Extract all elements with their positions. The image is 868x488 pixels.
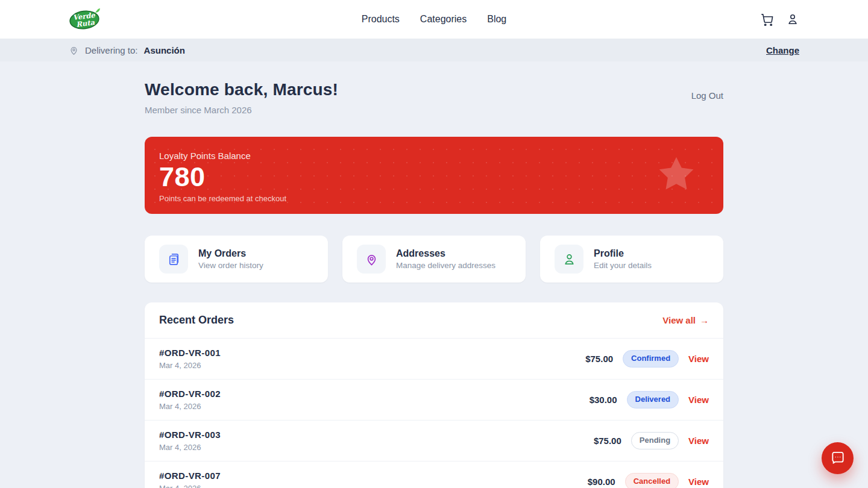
order-id: #ORD-VR-001	[159, 348, 221, 358]
delivery-city: Asunción	[144, 45, 185, 55]
order-date: Mar 4, 2026	[159, 402, 221, 411]
nav-link-categories[interactable]: Categories	[420, 14, 467, 25]
loyalty-points-value: 780	[159, 161, 709, 193]
quick-card-title: Addresses	[396, 248, 495, 259]
nav-link-blog[interactable]: Blog	[487, 14, 506, 25]
arrow-right-icon: →	[700, 315, 709, 325]
map-pin-icon	[357, 245, 386, 274]
order-date: Mar 4, 2026	[159, 484, 221, 488]
order-total: $30.00	[574, 395, 617, 405]
quick-card-title: Profile	[594, 248, 652, 259]
view-all-link[interactable]: View all →	[662, 315, 709, 325]
order-row: #ORD-VR-002 Mar 4, 2026 $30.00 Delivered…	[145, 379, 723, 420]
logout-link[interactable]: Log Out	[691, 90, 723, 101]
order-id: #ORD-VR-007	[159, 471, 221, 481]
view-order-link[interactable]: View	[688, 395, 709, 405]
top-navbar: Verde Ruta Products Categories Blog	[0, 0, 868, 39]
loyalty-points-card: Loyalty Points Balance 780 Points can be…	[145, 137, 723, 214]
account-dashboard: Welcome back, Marcus! Member since March…	[145, 80, 723, 488]
order-date: Mar 4, 2026	[159, 443, 221, 452]
top-actions	[760, 13, 799, 27]
view-order-link[interactable]: View	[688, 354, 709, 364]
logo[interactable]: Verde Ruta	[69, 7, 100, 31]
change-address-link[interactable]: Change	[766, 45, 799, 55]
order-total: $75.00	[578, 436, 621, 446]
member-since-text: Member since March 2026	[145, 105, 338, 115]
orders-icon	[159, 245, 188, 274]
delivery-bar: Delivering to: Asunción Change	[0, 39, 868, 61]
cart-icon	[760, 13, 774, 27]
chat-bubble-icon	[830, 449, 846, 467]
order-row: #ORD-VR-001 Mar 4, 2026 $75.00 Confirmed…	[145, 338, 723, 379]
star-icon	[656, 154, 697, 197]
profile-card[interactable]: Profile Edit your details	[540, 236, 723, 283]
quick-card-subtitle: Edit your details	[594, 261, 652, 270]
view-order-link[interactable]: View	[688, 436, 709, 446]
status-badge: Cancelled	[625, 473, 679, 488]
recent-orders-title: Recent Orders	[159, 314, 234, 327]
page-title: Welcome back, Marcus!	[145, 80, 338, 99]
order-date: Mar 4, 2026	[159, 361, 221, 370]
order-id: #ORD-VR-002	[159, 389, 221, 399]
svg-text:Ruta: Ruta	[76, 18, 96, 29]
quick-card-title: My Orders	[198, 248, 263, 259]
main-nav: Products Categories Blog	[362, 14, 507, 25]
verde-ruta-logo-icon: Verde Ruta	[69, 7, 100, 31]
recent-orders-card: Recent Orders View all → #ORD-VR-001 Mar…	[145, 302, 723, 488]
status-badge: Confirmed	[623, 350, 679, 368]
map-pin-icon	[69, 45, 79, 55]
order-id: #ORD-VR-003	[159, 430, 221, 440]
quick-links: My Orders View order history Addresses M…	[145, 236, 723, 283]
user-icon	[786, 13, 799, 26]
cart-button[interactable]	[760, 13, 774, 27]
loyalty-label: Loyalty Points Balance	[159, 151, 709, 161]
my-orders-card[interactable]: My Orders View order history	[145, 236, 328, 283]
view-order-link[interactable]: View	[688, 477, 709, 487]
status-badge: Pending	[631, 432, 679, 449]
addresses-card[interactable]: Addresses Manage delivery addresses	[342, 236, 526, 283]
account-button[interactable]	[786, 13, 799, 26]
order-row: #ORD-VR-003 Mar 4, 2026 $75.00 Pending V…	[145, 420, 723, 461]
status-badge: Delivered	[627, 391, 679, 408]
nav-link-products[interactable]: Products	[362, 14, 400, 25]
delivery-label: Delivering to:	[85, 45, 138, 55]
profile-icon	[555, 245, 583, 274]
quick-card-subtitle: Manage delivery addresses	[396, 261, 495, 270]
welcome-section: Welcome back, Marcus! Member since March…	[145, 80, 723, 115]
chat-button[interactable]	[822, 442, 854, 474]
loyalty-note: Points can be redeemed at checkout	[159, 194, 709, 203]
quick-card-subtitle: View order history	[198, 261, 263, 270]
order-row: #ORD-VR-007 Mar 4, 2026 $90.00 Cancelled…	[145, 461, 723, 488]
order-total: $75.00	[570, 354, 613, 364]
order-total: $90.00	[572, 477, 615, 487]
